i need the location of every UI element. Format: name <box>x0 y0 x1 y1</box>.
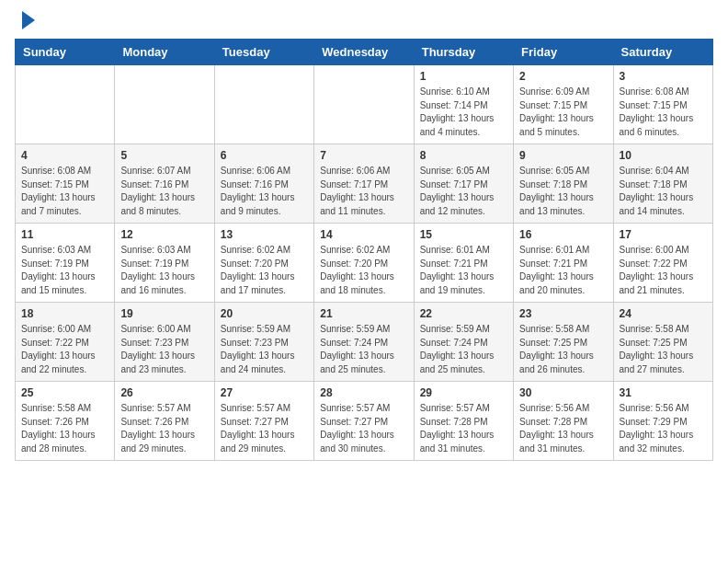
calendar-cell: 18Sunrise: 6:00 AM Sunset: 7:22 PM Dayli… <box>16 303 115 382</box>
calendar-cell: 30Sunrise: 5:56 AM Sunset: 7:28 PM Dayli… <box>514 382 613 461</box>
day-number: 13 <box>221 228 308 241</box>
day-number: 17 <box>620 228 707 241</box>
day-info: Sunrise: 6:04 AM Sunset: 7:18 PM Dayligh… <box>620 165 707 218</box>
day-info: Sunrise: 5:59 AM Sunset: 7:23 PM Dayligh… <box>221 323 308 376</box>
calendar-cell: 17Sunrise: 6:00 AM Sunset: 7:22 PM Dayli… <box>613 224 712 303</box>
day-info: Sunrise: 6:09 AM Sunset: 7:15 PM Dayligh… <box>519 86 607 139</box>
day-info: Sunrise: 5:57 AM Sunset: 7:26 PM Dayligh… <box>120 402 208 455</box>
day-number: 28 <box>320 386 407 399</box>
calendar-cell: 28Sunrise: 5:57 AM Sunset: 7:27 PM Dayli… <box>314 382 414 461</box>
day-info: Sunrise: 5:57 AM Sunset: 7:27 PM Dayligh… <box>320 402 407 455</box>
day-number: 25 <box>21 386 108 399</box>
day-number: 30 <box>519 386 607 399</box>
day-number: 31 <box>620 386 707 399</box>
day-number: 15 <box>420 228 507 241</box>
calendar-cell: 24Sunrise: 5:58 AM Sunset: 7:25 PM Dayli… <box>613 303 712 382</box>
day-number: 29 <box>420 386 507 399</box>
calendar-cell: 27Sunrise: 5:57 AM Sunset: 7:27 PM Dayli… <box>214 382 313 461</box>
day-number: 11 <box>21 228 108 241</box>
day-number: 3 <box>620 70 707 83</box>
day-number: 16 <box>519 228 607 241</box>
day-info: Sunrise: 6:00 AM Sunset: 7:23 PM Dayligh… <box>120 323 208 376</box>
calendar-cell: 14Sunrise: 6:02 AM Sunset: 7:20 PM Dayli… <box>314 224 414 303</box>
calendar-cell: 1Sunrise: 6:10 AM Sunset: 7:14 PM Daylig… <box>414 65 513 144</box>
calendar-cell: 12Sunrise: 6:03 AM Sunset: 7:19 PM Dayli… <box>115 224 214 303</box>
day-info: Sunrise: 6:01 AM Sunset: 7:21 PM Dayligh… <box>420 244 507 297</box>
calendar-cell: 19Sunrise: 6:00 AM Sunset: 7:23 PM Dayli… <box>115 303 214 382</box>
day-info: Sunrise: 6:02 AM Sunset: 7:20 PM Dayligh… <box>221 244 308 297</box>
calendar-cell <box>214 65 313 144</box>
day-info: Sunrise: 5:57 AM Sunset: 7:27 PM Dayligh… <box>221 402 308 455</box>
calendar-cell <box>314 65 414 144</box>
calendar-cell <box>16 65 115 144</box>
page-header <box>15 15 713 29</box>
day-number: 6 <box>221 149 308 162</box>
day-number: 2 <box>519 70 607 83</box>
calendar-cell: 16Sunrise: 6:01 AM Sunset: 7:21 PM Dayli… <box>514 224 613 303</box>
day-info: Sunrise: 6:06 AM Sunset: 7:16 PM Dayligh… <box>221 165 308 218</box>
day-number: 22 <box>420 307 507 320</box>
calendar-cell: 8Sunrise: 6:05 AM Sunset: 7:17 PM Daylig… <box>414 144 513 224</box>
day-info: Sunrise: 5:59 AM Sunset: 7:24 PM Dayligh… <box>320 323 407 376</box>
day-number: 23 <box>519 307 607 320</box>
calendar-cell <box>115 65 214 144</box>
calendar-week-row: 4Sunrise: 6:08 AM Sunset: 7:15 PM Daylig… <box>16 144 713 224</box>
day-info: Sunrise: 5:57 AM Sunset: 7:28 PM Dayligh… <box>420 402 507 455</box>
day-number: 14 <box>320 228 407 241</box>
weekday-header-tuesday: Tuesday <box>214 40 313 65</box>
day-info: Sunrise: 5:58 AM Sunset: 7:25 PM Dayligh… <box>620 323 707 376</box>
calendar-table: SundayMondayTuesdayWednesdayThursdayFrid… <box>15 39 713 461</box>
calendar-cell: 2Sunrise: 6:09 AM Sunset: 7:15 PM Daylig… <box>514 65 613 144</box>
day-number: 4 <box>21 149 108 162</box>
day-number: 24 <box>620 307 707 320</box>
calendar-cell: 11Sunrise: 6:03 AM Sunset: 7:19 PM Dayli… <box>16 224 115 303</box>
day-info: Sunrise: 5:58 AM Sunset: 7:25 PM Dayligh… <box>519 323 607 376</box>
logo <box>15 15 35 29</box>
calendar-cell: 6Sunrise: 6:06 AM Sunset: 7:16 PM Daylig… <box>214 144 313 224</box>
calendar-week-row: 25Sunrise: 5:58 AM Sunset: 7:26 PM Dayli… <box>16 382 713 461</box>
day-info: Sunrise: 6:08 AM Sunset: 7:15 PM Dayligh… <box>620 86 707 139</box>
calendar-cell: 23Sunrise: 5:58 AM Sunset: 7:25 PM Dayli… <box>514 303 613 382</box>
calendar-cell: 20Sunrise: 5:59 AM Sunset: 7:23 PM Dayli… <box>214 303 313 382</box>
logo-arrow-icon <box>22 11 35 29</box>
weekday-header-monday: Monday <box>115 40 214 65</box>
weekday-header-wednesday: Wednesday <box>314 40 414 65</box>
calendar-cell: 4Sunrise: 6:08 AM Sunset: 7:15 PM Daylig… <box>16 144 115 224</box>
calendar-cell: 5Sunrise: 6:07 AM Sunset: 7:16 PM Daylig… <box>115 144 214 224</box>
day-number: 1 <box>420 70 507 83</box>
calendar-cell: 31Sunrise: 5:56 AM Sunset: 7:29 PM Dayli… <box>613 382 712 461</box>
calendar-cell: 13Sunrise: 6:02 AM Sunset: 7:20 PM Dayli… <box>214 224 313 303</box>
day-info: Sunrise: 5:58 AM Sunset: 7:26 PM Dayligh… <box>21 402 108 455</box>
day-info: Sunrise: 6:00 AM Sunset: 7:22 PM Dayligh… <box>620 244 707 297</box>
day-number: 12 <box>120 228 208 241</box>
day-info: Sunrise: 6:01 AM Sunset: 7:21 PM Dayligh… <box>519 244 607 297</box>
day-info: Sunrise: 6:10 AM Sunset: 7:14 PM Dayligh… <box>420 86 507 139</box>
calendar-cell: 26Sunrise: 5:57 AM Sunset: 7:26 PM Dayli… <box>115 382 214 461</box>
weekday-header-thursday: Thursday <box>414 40 513 65</box>
day-info: Sunrise: 5:56 AM Sunset: 7:28 PM Dayligh… <box>519 402 607 455</box>
day-number: 27 <box>221 386 308 399</box>
day-info: Sunrise: 5:59 AM Sunset: 7:24 PM Dayligh… <box>420 323 507 376</box>
calendar-cell: 10Sunrise: 6:04 AM Sunset: 7:18 PM Dayli… <box>613 144 712 224</box>
calendar-cell: 7Sunrise: 6:06 AM Sunset: 7:17 PM Daylig… <box>314 144 414 224</box>
calendar-cell: 25Sunrise: 5:58 AM Sunset: 7:26 PM Dayli… <box>16 382 115 461</box>
day-number: 21 <box>320 307 407 320</box>
day-info: Sunrise: 5:56 AM Sunset: 7:29 PM Dayligh… <box>620 402 707 455</box>
day-info: Sunrise: 6:05 AM Sunset: 7:17 PM Dayligh… <box>420 165 507 218</box>
day-number: 20 <box>221 307 308 320</box>
calendar-week-row: 18Sunrise: 6:00 AM Sunset: 7:22 PM Dayli… <box>16 303 713 382</box>
day-info: Sunrise: 6:05 AM Sunset: 7:18 PM Dayligh… <box>519 165 607 218</box>
calendar-cell: 21Sunrise: 5:59 AM Sunset: 7:24 PM Dayli… <box>314 303 414 382</box>
weekday-header-sunday: Sunday <box>16 40 115 65</box>
day-info: Sunrise: 6:03 AM Sunset: 7:19 PM Dayligh… <box>120 244 208 297</box>
calendar-cell: 29Sunrise: 5:57 AM Sunset: 7:28 PM Dayli… <box>414 382 513 461</box>
calendar-cell: 9Sunrise: 6:05 AM Sunset: 7:18 PM Daylig… <box>514 144 613 224</box>
day-number: 9 <box>519 149 607 162</box>
day-number: 10 <box>620 149 707 162</box>
day-number: 18 <box>21 307 108 320</box>
day-number: 5 <box>120 149 208 162</box>
calendar-week-row: 11Sunrise: 6:03 AM Sunset: 7:19 PM Dayli… <box>16 224 713 303</box>
calendar-header-row: SundayMondayTuesdayWednesdayThursdayFrid… <box>16 40 713 65</box>
day-info: Sunrise: 6:06 AM Sunset: 7:17 PM Dayligh… <box>320 165 407 218</box>
day-number: 26 <box>120 386 208 399</box>
